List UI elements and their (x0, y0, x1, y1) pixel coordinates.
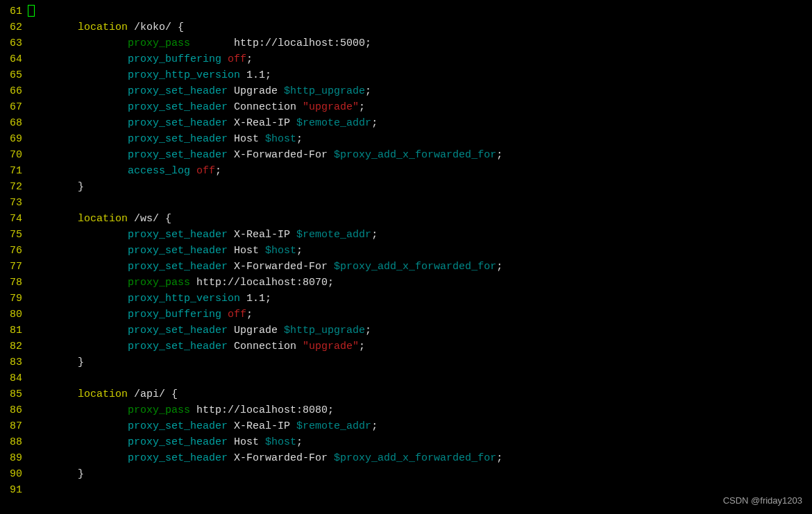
code-content[interactable]: proxy_buffering off; (28, 307, 812, 323)
code-content[interactable]: location /api/ { (28, 386, 812, 402)
token-var: $proxy_add_x_forwarded_for (334, 149, 496, 161)
token-dir: proxy_set_header (128, 229, 228, 241)
line-number: 75 (0, 227, 28, 243)
line-number: 90 (0, 466, 28, 482)
code-content[interactable]: proxy_set_header Host $host; (28, 131, 812, 147)
token-pl: http://localhost:8070; (190, 277, 334, 289)
token-dir: proxy_set_header (128, 133, 228, 145)
code-content[interactable]: proxy_http_version 1.1; (28, 291, 812, 307)
code-line[interactable]: 90 } (0, 466, 812, 482)
code-line[interactable]: 75 proxy_set_header X-Real-IP $remote_ad… (0, 227, 812, 243)
code-content[interactable]: proxy_set_header X-Forwarded-For $proxy_… (28, 450, 812, 466)
token-var: $proxy_add_x_forwarded_for (334, 452, 496, 464)
token-dir: proxy_buffering (128, 53, 221, 65)
code-line[interactable]: 62 location /koko/ { (0, 19, 812, 35)
code-content[interactable]: proxy_pass http://localhost:8080; (28, 402, 812, 418)
code-line[interactable]: 87 proxy_set_header X-Real-IP $remote_ad… (0, 418, 812, 434)
code-line[interactable]: 72 } (0, 179, 812, 195)
code-content[interactable]: proxy_set_header Connection "upgrade"; (28, 339, 812, 354)
token-dir: proxy_set_header (128, 101, 228, 113)
token-dir: proxy_set_header (128, 85, 228, 97)
code-line[interactable]: 77 proxy_set_header X-Forwarded-For $pro… (0, 259, 812, 275)
token-dir: proxy_set_header (128, 452, 228, 464)
token-pl: } (78, 181, 84, 193)
line-number: 64 (0, 51, 28, 67)
code-content[interactable]: proxy_http_version 1.1; (28, 67, 812, 83)
code-line[interactable]: 68 proxy_set_header X-Real-IP $remote_ad… (0, 115, 812, 131)
token-pl: ; (359, 101, 365, 113)
token-pl: Connection (228, 101, 303, 113)
code-line[interactable]: 88 proxy_set_header Host $host; (0, 434, 812, 450)
code-line[interactable]: 76 proxy_set_header Host $host; (0, 243, 812, 259)
code-line[interactable]: 89 proxy_set_header X-Forwarded-For $pro… (0, 450, 812, 466)
token-pl: ; (371, 229, 378, 241)
code-line[interactable]: 84 (0, 370, 812, 386)
token-var: $host (265, 133, 296, 145)
code-line[interactable]: 74 location /ws/ { (0, 211, 812, 227)
token-pl: 1.1; (240, 293, 271, 305)
code-content[interactable]: proxy_set_header Connection "upgrade"; (28, 99, 812, 115)
token-pl: ; (371, 117, 378, 129)
code-content[interactable]: proxy_set_header X-Forwarded-For $proxy_… (28, 259, 812, 275)
code-content[interactable]: } (28, 354, 812, 370)
code-content[interactable]: proxy_set_header X-Real-IP $remote_addr; (28, 418, 812, 434)
token-pl: Host (228, 436, 265, 448)
watermark-text: CSDN @friday1203 (723, 492, 802, 508)
code-content[interactable]: access_log off; (28, 163, 812, 179)
code-content[interactable]: proxy_set_header X-Forwarded-For $proxy_… (28, 147, 812, 163)
code-line[interactable]: 78 proxy_pass http://localhost:8070; (0, 275, 812, 291)
token-pl: X-Forwarded-For (228, 452, 334, 464)
code-content[interactable]: proxy_pass http://localhost:8070; (28, 275, 812, 291)
code-line[interactable]: 91 (0, 482, 812, 498)
code-content[interactable] (28, 370, 812, 386)
line-number: 85 (0, 386, 28, 402)
token-dir: proxy_http_version (128, 69, 240, 81)
token-dir: proxy_set_header (128, 325, 228, 336)
code-line[interactable]: 70 proxy_set_header X-Forwarded-For $pro… (0, 147, 812, 163)
code-content[interactable]: location /koko/ { (28, 19, 812, 35)
code-content[interactable]: proxy_set_header Host $host; (28, 243, 812, 259)
code-line[interactable]: 86 proxy_pass http://localhost:8080; (0, 402, 812, 418)
token-dir: proxy_buffering (128, 309, 221, 320)
code-line[interactable]: 66 proxy_set_header Upgrade $http_upgrad… (0, 83, 812, 99)
code-line[interactable]: 82 proxy_set_header Connection "upgrade"… (0, 339, 812, 354)
code-content[interactable] (28, 195, 812, 211)
token-var: $remote_addr (296, 420, 371, 432)
code-content[interactable]: proxy_set_header X-Real-IP $remote_addr; (28, 115, 812, 131)
code-editor[interactable]: 6162 location /koko/ {63 proxy_pass http… (0, 0, 812, 498)
code-line[interactable]: 85 location /api/ { (0, 386, 812, 402)
token-dir: proxy_set_header (128, 245, 228, 257)
token-str: off (228, 53, 246, 65)
line-number: 81 (0, 323, 28, 339)
code-content[interactable]: proxy_pass http://localhost:5000; (28, 35, 812, 51)
token-dir: access_log (128, 165, 190, 177)
token-dir: proxy_set_header (128, 149, 228, 161)
code-line[interactable]: 81 proxy_set_header Upgrade $http_upgrad… (0, 323, 812, 339)
code-content[interactable]: proxy_set_header Host $host; (28, 434, 812, 450)
code-content[interactable]: } (28, 466, 812, 482)
code-line[interactable]: 73 (0, 195, 812, 211)
line-number: 87 (0, 418, 28, 434)
code-content[interactable]: proxy_buffering off; (28, 51, 812, 67)
token-pl: X-Real-IP (228, 229, 296, 241)
code-content[interactable]: } (28, 179, 812, 195)
code-line[interactable]: 64 proxy_buffering off; (0, 51, 812, 67)
code-content[interactable]: proxy_set_header Upgrade $http_upgrade; (28, 323, 812, 339)
code-line[interactable]: 71 access_log off; (0, 163, 812, 179)
code-content[interactable]: proxy_set_header X-Real-IP $remote_addr; (28, 227, 812, 243)
code-line[interactable]: 83 } (0, 354, 812, 370)
code-line[interactable]: 69 proxy_set_header Host $host; (0, 131, 812, 147)
code-line[interactable]: 63 proxy_pass http://localhost:5000; (0, 35, 812, 51)
code-line[interactable]: 67 proxy_set_header Connection "upgrade"… (0, 99, 812, 115)
code-content[interactable]: proxy_set_header Upgrade $http_upgrade; (28, 83, 812, 99)
line-number: 72 (0, 179, 28, 195)
token-pl (190, 165, 196, 177)
code-line[interactable]: 80 proxy_buffering off; (0, 307, 812, 323)
code-content[interactable] (28, 3, 812, 19)
code-line[interactable]: 79 proxy_http_version 1.1; (0, 291, 812, 307)
token-pl: ; (296, 133, 303, 145)
code-content[interactable] (28, 482, 812, 498)
code-line[interactable]: 65 proxy_http_version 1.1; (0, 67, 812, 83)
code-line[interactable]: 61 (0, 3, 812, 19)
code-content[interactable]: location /ws/ { (28, 211, 812, 227)
